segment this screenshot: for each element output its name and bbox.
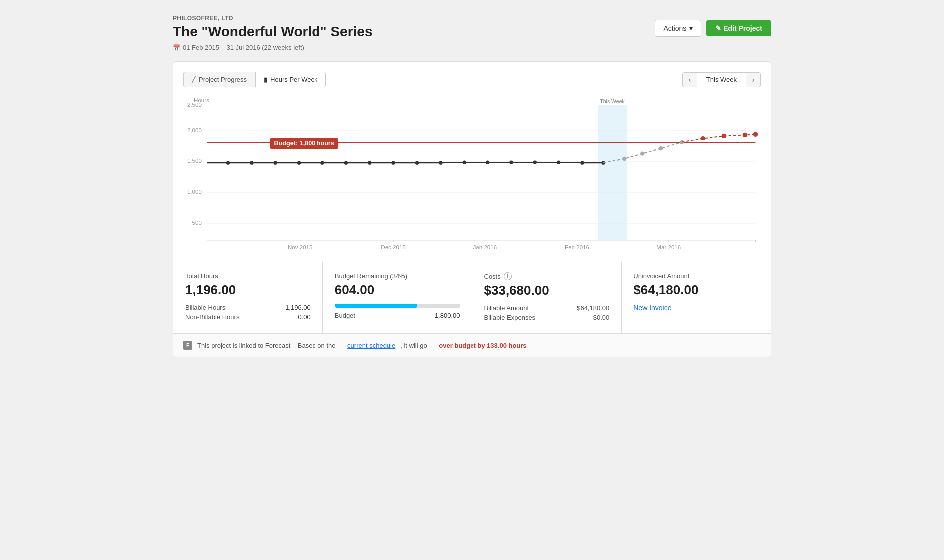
chart-svg: 2,500 2,000 1,500 1,000 500 Hours [183, 97, 761, 257]
svg-text:Mar 2016: Mar 2016 [656, 244, 681, 250]
svg-point-39 [486, 160, 489, 164]
chart-section: ╱ Project Progress ▮ Hours Per Week ‹ Th… [173, 62, 771, 262]
chevron-down-icon: ▾ [689, 24, 693, 32]
uninvoiced-value: $64,180.00 [633, 282, 759, 298]
svg-text:Dec 2015: Dec 2015 [381, 244, 406, 250]
billable-amount-value: $64,180.00 [577, 304, 609, 312]
svg-point-28 [226, 161, 230, 165]
svg-text:Hours: Hours [194, 97, 209, 103]
svg-point-31 [297, 161, 301, 165]
budget-label: Budget [335, 312, 355, 319]
svg-point-29 [250, 161, 253, 165]
svg-point-52 [753, 132, 758, 137]
actions-label: Actions [663, 24, 686, 32]
svg-text:Budget: 1,800 hours: Budget: 1,800 hours [274, 140, 334, 147]
svg-text:Feb 2016: Feb 2016 [565, 244, 589, 250]
stat-uninvoiced: Uninvoiced Amount $64,180.00 New Invoice [622, 262, 771, 333]
billable-hours-label: Billable Hours [185, 304, 225, 311]
current-schedule-link[interactable]: current schedule [347, 342, 395, 349]
company-name: PHILOSOFREE, LTD [173, 15, 372, 22]
total-hours-value: 1,196.00 [185, 282, 311, 298]
svg-point-34 [368, 161, 371, 165]
budget-progress-bar-container [335, 304, 460, 308]
budget-progress-bar-fill [335, 304, 417, 308]
svg-point-51 [743, 133, 747, 137]
svg-point-37 [439, 161, 442, 165]
edit-project-label: ✎ Edit Project [715, 24, 762, 32]
tab-hours-per-week-label: Hours Per Week [270, 76, 317, 83]
nonbillable-hours-label: Non-Billable Hours [185, 313, 239, 321]
tab-project-progress-label: Project Progress [199, 76, 247, 83]
over-budget-text: over budget by 133.00 hours [439, 342, 526, 349]
svg-point-35 [391, 161, 395, 165]
tab-hours-per-week[interactable]: ▮ Hours Per Week [255, 72, 326, 87]
svg-point-36 [415, 161, 419, 165]
stats-section: Total Hours 1,196.00 Billable Hours 1,19… [173, 262, 771, 333]
svg-text:1,000: 1,000 [187, 189, 202, 195]
stat-costs: Costs i $33,680.00 Billable Amount $64,1… [472, 262, 622, 333]
svg-point-45 [622, 157, 626, 161]
budget-value: 1,800.00 [435, 312, 460, 319]
project-title: The "Wonderful World" Series [173, 24, 372, 40]
svg-point-46 [640, 151, 644, 155]
billable-expenses-label: Billable Expenses [484, 314, 536, 321]
prev-week-button[interactable]: ‹ [682, 72, 697, 87]
svg-point-38 [463, 160, 466, 164]
svg-point-40 [509, 160, 513, 164]
chevron-left-icon: ‹ [688, 76, 691, 84]
forecast-text-after: , it will go [400, 342, 427, 349]
svg-text:Nov 2015: Nov 2015 [288, 244, 313, 250]
stat-budget-remaining: Budget Remaining (34%) 604.00 Budget 1,8… [323, 262, 472, 333]
main-card: ╱ Project Progress ▮ Hours Per Week ‹ Th… [173, 61, 771, 357]
bar-chart-icon: ▮ [264, 76, 267, 83]
svg-text:1,500: 1,500 [187, 158, 202, 164]
svg-text:500: 500 [192, 220, 202, 226]
svg-point-33 [344, 161, 348, 165]
line-chart-icon: ╱ [192, 76, 196, 83]
stat-total-hours: Total Hours 1,196.00 Billable Hours 1,19… [173, 262, 323, 333]
chevron-right-icon: › [752, 76, 755, 84]
forecast-icon: F [183, 341, 192, 350]
date-range-text: 01 Feb 2015 – 31 Jul 2016 (22 weeks left… [183, 44, 304, 51]
svg-point-41 [533, 160, 537, 164]
svg-text:2,000: 2,000 [187, 127, 202, 133]
forecast-text-before: This project is linked to Forecast – Bas… [197, 342, 335, 349]
actions-button[interactable]: Actions ▾ [655, 20, 701, 37]
svg-point-50 [722, 134, 726, 138]
svg-text:Jan 2016: Jan 2016 [473, 244, 497, 250]
svg-point-32 [320, 161, 324, 165]
next-week-button[interactable]: › [746, 72, 761, 87]
uninvoiced-label: Uninvoiced Amount [633, 272, 759, 280]
info-icon[interactable]: i [504, 272, 512, 280]
svg-point-30 [274, 161, 277, 165]
svg-rect-23 [598, 105, 627, 240]
costs-label: Costs [484, 273, 501, 280]
billable-expenses-value: $0.00 [593, 314, 610, 321]
calendar-icon: 📅 [173, 44, 180, 51]
edit-project-button[interactable]: ✎ Edit Project [706, 20, 771, 36]
svg-point-43 [580, 161, 584, 165]
svg-point-49 [700, 136, 705, 140]
svg-text:This Week: This Week [600, 99, 625, 104]
new-invoice-link[interactable]: New Invoice [633, 304, 671, 312]
costs-value: $33,680.00 [484, 283, 610, 298]
budget-remaining-value: 604.00 [335, 282, 460, 298]
tab-project-progress[interactable]: ╱ Project Progress [183, 72, 255, 87]
this-week-label: This Week [697, 72, 746, 87]
chart-container: 2,500 2,000 1,500 1,000 500 Hours [183, 97, 761, 257]
forecast-bar: F This project is linked to Forecast – B… [173, 333, 771, 357]
billable-hours-value: 1,196.00 [285, 304, 311, 311]
total-hours-label: Total Hours [185, 272, 311, 280]
svg-point-42 [557, 160, 560, 164]
nonbillable-hours-value: 0.00 [298, 313, 310, 321]
budget-remaining-label: Budget Remaining (34%) [335, 272, 460, 280]
svg-point-47 [659, 146, 663, 150]
billable-amount-label: Billable Amount [484, 304, 529, 312]
